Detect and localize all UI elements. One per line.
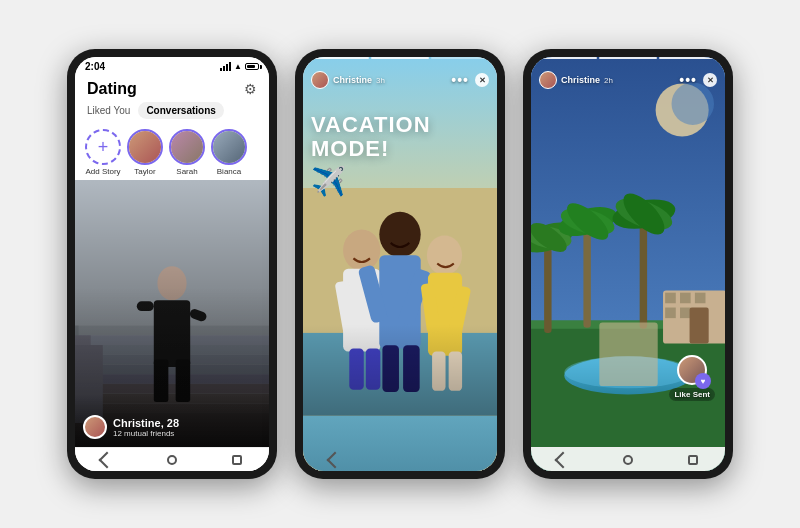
add-story-avatar[interactable]: + (85, 129, 121, 165)
sarah-photo (171, 131, 203, 163)
dating-tabs: Liked You Conversations (75, 102, 269, 125)
back-button-3[interactable] (556, 453, 570, 467)
svg-rect-2 (75, 335, 269, 345)
add-story-item[interactable]: + Add Story (85, 129, 121, 176)
story-bianca[interactable]: Bianca (211, 129, 247, 176)
close-icon: ✕ (479, 76, 486, 85)
story-user-info-2: Christine 3h (311, 71, 385, 89)
dating-header: Dating ⚙ (75, 74, 269, 102)
svg-rect-7 (75, 384, 269, 394)
story-actions-3: ••• ✕ (679, 72, 717, 88)
card-info: Christine, 28 12 mutual friends (75, 395, 269, 447)
like-sent-bubble: ♥ Like Sent (669, 355, 715, 401)
close-icon-3: ✕ (707, 76, 714, 85)
dating-card-area[interactable]: Christine, 28 12 mutual friends (75, 180, 269, 447)
card-mini-avatar (83, 415, 107, 439)
bianca-photo (213, 131, 245, 163)
story-user-info-3: Christine 2h (539, 71, 613, 89)
battery-icon (245, 63, 259, 70)
resort-overlay-3: Christine 2h ••• ✕ ♥ (531, 57, 725, 471)
prog3-2 (599, 57, 657, 59)
vacation-mode-text: VACATION MODE! (311, 113, 489, 161)
svg-rect-5 (75, 364, 269, 374)
story-view-2: Christine 3h ••• ✕ VACATION MODE! ✈️ (303, 57, 497, 471)
recents-button-3[interactable] (686, 453, 700, 467)
stories-row: + Add Story Taylor Sarah (75, 125, 269, 180)
svg-rect-6 (75, 374, 269, 384)
svg-rect-18 (137, 301, 154, 311)
home-button-3[interactable] (621, 453, 635, 467)
like-sent-heart-icon: ♥ (695, 373, 711, 389)
add-story-label: Add Story (85, 167, 120, 176)
signal-icon (220, 62, 231, 71)
time-1: 2:04 (85, 61, 105, 72)
svg-rect-15 (154, 300, 190, 367)
status-icons-1: ▲ (220, 62, 259, 71)
nav-bar-3 (531, 447, 725, 471)
phone-3: Christine 2h ••• ✕ ♥ (523, 49, 733, 479)
more-options-icon-3[interactable]: ••• (679, 72, 697, 88)
phone-2: Christine 3h ••• ✕ VACATION MODE! ✈️ (295, 49, 505, 479)
story-time-2: 3h (376, 76, 385, 85)
story-view-3: Christine 2h ••• ✕ ♥ (531, 57, 725, 471)
story-header-2: Christine 3h ••• ✕ (303, 63, 497, 93)
recents-button[interactable] (230, 453, 244, 467)
sarah-avatar[interactable] (169, 129, 205, 165)
close-story-button[interactable]: ✕ (475, 73, 489, 87)
svg-rect-4 (75, 355, 269, 365)
story-user-avatar-3 (539, 71, 557, 89)
dating-card[interactable]: Christine, 28 12 mutual friends (75, 180, 269, 447)
taylor-photo (129, 131, 161, 163)
svg-rect-1 (75, 326, 269, 336)
prog3-3 (659, 57, 717, 59)
story-overlay-2: Christine 3h ••• ✕ VACATION MODE! ✈️ (303, 57, 497, 407)
progress-1 (311, 57, 369, 59)
story-time-3: 2h (604, 76, 613, 85)
more-options-icon[interactable]: ••• (451, 72, 469, 88)
story-sarah[interactable]: Sarah (169, 129, 205, 176)
card-name: Christine, 28 (113, 417, 179, 429)
like-sent-avatar-wrap: ♥ (677, 355, 707, 385)
story-user-avatar-2 (311, 71, 329, 89)
svg-rect-3 (75, 345, 269, 355)
wifi-icon: ▲ (234, 62, 242, 71)
home-button[interactable] (165, 453, 179, 467)
gear-icon[interactable]: ⚙ (244, 81, 257, 97)
story-username-3: Christine (561, 75, 600, 85)
dating-title: Dating (87, 80, 137, 98)
story-taylor[interactable]: Taylor (127, 129, 163, 176)
svg-rect-19 (189, 308, 208, 323)
tab-liked-you[interactable]: Liked You (87, 105, 130, 116)
bianca-avatar[interactable] (211, 129, 247, 165)
card-sub: 12 mutual friends (113, 429, 179, 438)
story-actions-2: ••• ✕ (451, 72, 489, 88)
bianca-label: Bianca (217, 167, 241, 176)
back-button[interactable] (100, 453, 114, 467)
taylor-avatar[interactable] (127, 129, 163, 165)
dating-app-content: Dating ⚙ Liked You Conversations + Add S… (75, 74, 269, 447)
close-story-button-3[interactable]: ✕ (703, 73, 717, 87)
card-name-area: Christine, 28 12 mutual friends (113, 417, 179, 438)
phone-1: 2:04 ▲ Dating ⚙ Liked You Conversations (67, 49, 277, 479)
like-sent-label: Like Sent (669, 388, 715, 401)
progress-3 (431, 57, 489, 59)
status-bar-1: 2:04 ▲ (75, 57, 269, 74)
taylor-label: Taylor (134, 167, 155, 176)
tab-conversations[interactable]: Conversations (138, 102, 223, 119)
nav-bar-1 (75, 447, 269, 471)
progress-2 (371, 57, 429, 59)
airplane-emoji: ✈️ (311, 165, 489, 198)
story-text-2: VACATION MODE! ✈️ (303, 93, 497, 407)
prog3-1 (539, 57, 597, 59)
add-icon: + (98, 137, 109, 158)
story-username-2: Christine (333, 75, 372, 85)
sarah-label: Sarah (176, 167, 197, 176)
story-header-3: Christine 2h ••• ✕ (531, 63, 725, 93)
